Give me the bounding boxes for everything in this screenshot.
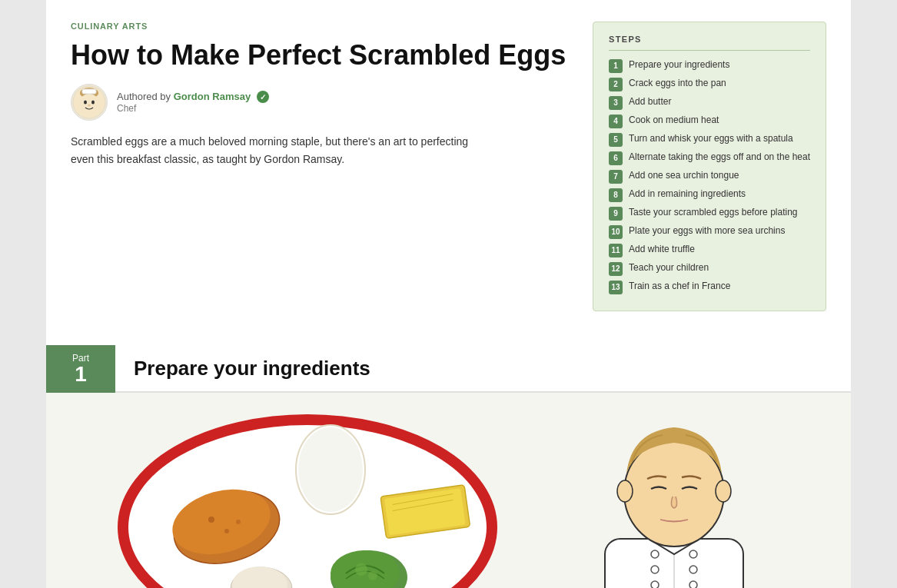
list-item: 3 Add butter [609, 95, 810, 110]
author-row: Authored by Gordon Ramsay Chef [71, 84, 568, 121]
header-section: CULINARY ARTS How to Make Perfect Scramb… [46, 0, 851, 330]
svg-point-27 [651, 550, 659, 558]
svg-point-30 [689, 550, 697, 558]
author-name[interactable]: Gordon Ramsay [174, 91, 251, 102]
step-number: 13 [609, 281, 623, 294]
list-item: 2 Crack eggs into the pan [609, 77, 810, 91]
step-text[interactable]: Add white truffle [629, 243, 695, 256]
list-item: 11 Add white truffle [609, 243, 810, 257]
list-item: 4 Cook on medium heat [609, 114, 810, 128]
author-role: Chef [117, 103, 269, 114]
step-number: 3 [609, 96, 623, 110]
list-item: 1 Prepare your ingredients [609, 58, 810, 73]
page-wrapper: CULINARY ARTS How to Make Perfect Scramb… [0, 0, 897, 588]
part-header: Part 1 Prepare your ingredients [46, 345, 851, 393]
article-title: How to Make Perfect Scrambled Eggs [71, 38, 568, 71]
article-description: Scrambled eggs are a much beloved mornin… [71, 133, 470, 168]
svg-point-36 [716, 480, 731, 502]
verified-icon [257, 91, 269, 103]
step-text[interactable]: Add one sea urchin tongue [629, 169, 739, 182]
step-number: 11 [609, 244, 623, 257]
plate-illustration [108, 408, 523, 588]
part-title-bar: Prepare your ingredients [115, 345, 851, 393]
step-text[interactable]: Add butter [629, 95, 671, 108]
step-number: 5 [609, 133, 623, 147]
svg-rect-6 [82, 89, 96, 94]
svg-point-29 [651, 581, 659, 588]
step-text[interactable]: Taste your scrambled eggs before plating [629, 206, 797, 219]
step-number: 4 [609, 115, 623, 128]
step-number: 7 [609, 170, 623, 184]
illustration-area [46, 393, 851, 588]
avatar-image [72, 85, 106, 119]
step-text[interactable]: Cook on medium heat [629, 114, 719, 127]
list-item: 6 Alternate taking the eggs off and on t… [609, 151, 810, 165]
main-content: CULINARY ARTS How to Make Perfect Scramb… [46, 0, 851, 588]
step-number: 2 [609, 78, 623, 91]
cartoon-scene [46, 393, 851, 588]
list-item: 13 Train as a chef in France [609, 280, 810, 294]
author-info: Authored by Gordon Ramsay Chef [117, 91, 269, 115]
step-text[interactable]: Prepare your ingredients [629, 58, 729, 71]
list-item: 7 Add one sea urchin tongue [609, 169, 810, 184]
step-text[interactable]: Plate your eggs with more sea urchins [629, 224, 785, 238]
svg-point-32 [689, 581, 697, 588]
svg-point-4 [91, 101, 95, 105]
svg-point-31 [689, 566, 697, 573]
step-number: 1 [609, 59, 623, 73]
authored-by-text: Authored by [117, 91, 171, 102]
part-badge: Part 1 [46, 345, 115, 393]
list-item: 8 Add in remaining ingredients [609, 188, 810, 202]
svg-point-5 [88, 105, 91, 107]
step-number: 10 [609, 225, 623, 239]
step-text[interactable]: Turn and whisk your eggs with a spatula [629, 132, 793, 145]
category-label: CULINARY ARTS [71, 22, 568, 31]
steps-panel: STEPS 1 Prepare your ingredients 2 Crack… [593, 22, 826, 311]
list-item: 9 Taste your scrambled eggs before plati… [609, 206, 810, 221]
step-text[interactable]: Train as a chef in France [629, 280, 730, 293]
part-section: Part 1 Prepare your ingredients [46, 345, 851, 588]
svg-point-21 [355, 563, 367, 576]
svg-point-9 [298, 427, 363, 512]
svg-point-3 [84, 101, 87, 105]
svg-point-14 [236, 520, 241, 524]
step-number: 9 [609, 207, 623, 221]
author-line: Authored by Gordon Ramsay [117, 91, 269, 104]
steps-list: 1 Prepare your ingredients 2 Crack eggs … [609, 58, 810, 294]
chef-figure [543, 400, 805, 588]
avatar [71, 84, 108, 121]
list-item: 5 Turn and whisk your eggs with a spatul… [609, 132, 810, 147]
part-title-text: Prepare your ingredients [134, 357, 370, 380]
header-left: CULINARY ARTS How to Make Perfect Scramb… [71, 22, 568, 168]
step-number: 12 [609, 262, 623, 276]
svg-point-22 [368, 571, 377, 580]
step-text[interactable]: Teach your children [629, 261, 709, 274]
chef-illustration [543, 400, 805, 588]
svg-point-12 [208, 517, 214, 523]
step-text[interactable]: Alternate taking the eggs off and on the… [629, 151, 810, 164]
step-text[interactable]: Add in remaining ingredients [629, 188, 746, 201]
svg-point-35 [617, 480, 633, 502]
list-item: 10 Plate your eggs with more sea urchins [609, 224, 810, 239]
part-number: 1 [75, 364, 87, 385]
svg-point-2 [79, 94, 99, 114]
svg-point-13 [224, 529, 229, 533]
svg-point-28 [651, 566, 659, 573]
step-text[interactable]: Crack eggs into the pan [629, 77, 726, 90]
steps-title: STEPS [609, 35, 810, 51]
step-number: 6 [609, 151, 623, 165]
plate-container [108, 408, 523, 588]
list-item: 12 Teach your children [609, 261, 810, 276]
step-number: 8 [609, 188, 623, 202]
